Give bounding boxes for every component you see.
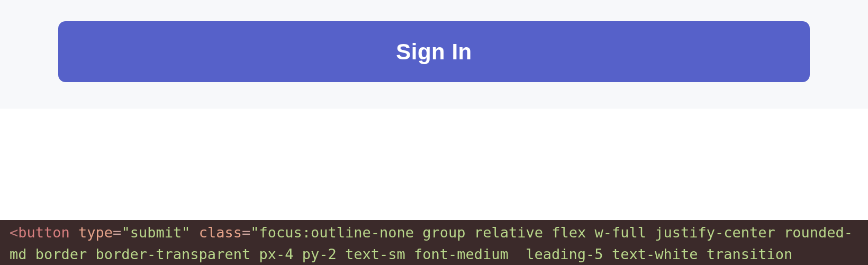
eq1: = (113, 224, 121, 241)
button-preview-area: Sign In (0, 0, 868, 109)
html-tag-name: button (18, 224, 70, 241)
eq2: = (242, 224, 250, 241)
sign-in-button[interactable]: Sign In (58, 21, 810, 82)
sign-in-button-label: Sign In (396, 39, 472, 65)
angle-open: < (10, 224, 18, 241)
attr-class-name: class (199, 224, 242, 241)
attr-type-value: "submit" (121, 224, 190, 241)
blank-area (0, 109, 868, 220)
devtools-elements-line[interactable]: <button type="submit" class="focus:outli… (0, 220, 868, 265)
attr-type-name: type (78, 224, 113, 241)
